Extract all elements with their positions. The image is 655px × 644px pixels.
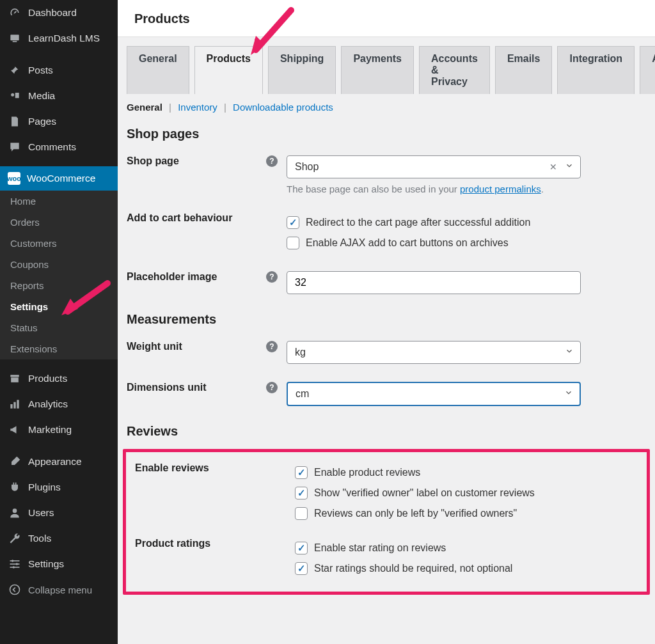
sidebar-posts[interactable]: Posts (0, 58, 118, 83)
weight-unit-select[interactable]: kg (287, 341, 581, 364)
svg-point-12 (16, 563, 18, 565)
heading-shop-pages: Shop pages (118, 118, 655, 146)
sidebar-wc-home[interactable]: Home (0, 191, 118, 212)
svg-rect-6 (13, 402, 15, 409)
help-icon[interactable]: ? (266, 341, 278, 352)
sidebar-label: Marketing (28, 424, 72, 436)
svg-point-8 (13, 508, 17, 513)
tab-emails[interactable]: Emails (495, 46, 553, 94)
sidebar-label: WooCommerce (27, 173, 95, 184)
sidebar-wc-customers[interactable]: Customers (0, 233, 118, 254)
tab-accounts[interactable]: Accounts & Privacy (419, 46, 490, 94)
sidebar-pages[interactable]: Pages (0, 109, 118, 134)
heading-measurements: Measurements (118, 303, 655, 332)
svg-rect-1 (13, 41, 17, 42)
sidebar-label: Products (28, 373, 67, 384)
svg-rect-11 (10, 563, 20, 565)
sidebar-label: Dashboard (28, 7, 77, 19)
sidebar-wc-coupons[interactable]: Coupons (0, 254, 118, 275)
sidebar-label: Home (10, 196, 36, 207)
chevron-down-icon (565, 347, 574, 358)
tab-shipping[interactable]: Shipping (268, 46, 336, 94)
sidebar-label: Collapse menu (28, 585, 92, 595)
subtab-general[interactable]: General (127, 102, 162, 113)
sidebar-marketing[interactable]: Marketing (0, 417, 118, 443)
sidebar-learndash[interactable]: LearnDash LMS (0, 26, 118, 51)
main-content: Products General Products Shipping Payme… (118, 0, 655, 644)
sidebar-label: LearnDash LMS (28, 33, 100, 44)
checkbox-verified-only[interactable] (295, 507, 308, 520)
sidebar-wc-reports[interactable]: Reports (0, 275, 118, 296)
shop-page-hint: The base page can also be used in your p… (287, 184, 646, 194)
checkbox-rating-required[interactable] (295, 562, 308, 575)
sidebar-label: Customers (10, 238, 57, 249)
sidebar-woocommerce[interactable]: woo WooCommerce (0, 166, 118, 191)
dimensions-unit-select[interactable]: cm (287, 382, 581, 406)
sidebar-label: Comments (28, 141, 76, 153)
sidebar-wc-orders[interactable]: Orders (0, 212, 118, 233)
tab-payments[interactable]: Payments (341, 46, 414, 94)
sidebar-users[interactable]: Users (0, 500, 118, 526)
checkbox-ajax-cart[interactable] (287, 237, 299, 249)
svg-rect-0 (10, 35, 19, 40)
svg-rect-7 (17, 400, 19, 408)
svg-rect-4 (11, 377, 19, 382)
label-shop-page: Shop page (127, 155, 179, 167)
checkbox-verified-label[interactable] (295, 487, 308, 499)
sidebar-wc-settings[interactable]: Settings (0, 296, 118, 317)
sidebar-plugins[interactable]: Plugins (0, 475, 118, 500)
placeholder-image-input[interactable] (287, 271, 581, 294)
weight-unit-value: kg (295, 347, 306, 357)
tab-products[interactable]: Products (194, 46, 263, 94)
media-icon (8, 89, 22, 103)
clear-icon[interactable]: ✕ (549, 162, 557, 172)
sidebar-tools[interactable]: Tools (0, 526, 118, 551)
svg-point-2 (11, 93, 14, 97)
option-verified-only: Reviews can only be left by "verified ow… (314, 508, 517, 519)
subtab-inventory[interactable]: Inventory (178, 102, 217, 113)
subtab-downloadable[interactable]: Downloadable products (233, 102, 333, 113)
brush-icon (8, 455, 22, 469)
sidebar-wc-extensions[interactable]: Extensions (0, 338, 118, 359)
sidebar-label: Users (28, 507, 54, 519)
archive-icon (8, 372, 22, 386)
shop-page-value: Shop (295, 161, 319, 172)
shop-page-select[interactable]: Shop ✕ (287, 155, 581, 178)
checkbox-enable-reviews[interactable] (295, 466, 308, 479)
wrench-icon (8, 531, 22, 546)
sidebar-collapse[interactable]: Collapse menu (0, 577, 118, 602)
sidebar-media[interactable]: Media (0, 83, 118, 109)
permalinks-link[interactable]: product permalinks (460, 184, 541, 194)
tab-integration[interactable]: Integration (557, 46, 635, 94)
help-icon[interactable]: ? (266, 382, 278, 393)
sliders-icon (8, 557, 22, 571)
svg-point-15 (10, 585, 20, 595)
page-header: Products (118, 0, 655, 37)
sidebar-wc-status[interactable]: Status (0, 317, 118, 338)
sidebar-label: Analytics (28, 398, 68, 410)
checkbox-star-rating[interactable] (295, 542, 308, 554)
option-verified-label: Show "verified owner" label on customer … (314, 487, 535, 499)
label-enable-reviews: Enable reviews (135, 462, 209, 474)
chevron-down-icon (564, 388, 573, 400)
sidebar-appearance[interactable]: Appearance (0, 449, 118, 475)
sidebar-label: Appearance (28, 456, 82, 467)
svg-point-14 (13, 566, 15, 568)
sidebar-label: Coupons (10, 259, 49, 270)
help-icon[interactable]: ? (266, 155, 278, 167)
sidebar-products[interactable]: Products (0, 366, 118, 391)
sidebar-label: Extensions (10, 343, 57, 354)
sidebar-settings[interactable]: Settings (0, 551, 118, 577)
tab-general[interactable]: General (127, 46, 189, 94)
tab-advanced[interactable]: Ad (640, 46, 655, 94)
help-icon[interactable]: ? (266, 271, 278, 283)
label-weight-unit: Weight unit (127, 341, 182, 352)
checkbox-redirect-cart[interactable] (287, 216, 299, 229)
option-redirect-cart: Redirect to the cart page after successf… (306, 217, 530, 228)
label-dimensions-unit: Dimensions unit (127, 382, 206, 393)
sidebar-dashboard[interactable]: Dashboard (0, 0, 118, 26)
sidebar-label: Settings (28, 558, 64, 570)
gauge-icon (8, 6, 22, 20)
sidebar-comments[interactable]: Comments (0, 134, 118, 160)
sidebar-analytics[interactable]: Analytics (0, 391, 118, 417)
